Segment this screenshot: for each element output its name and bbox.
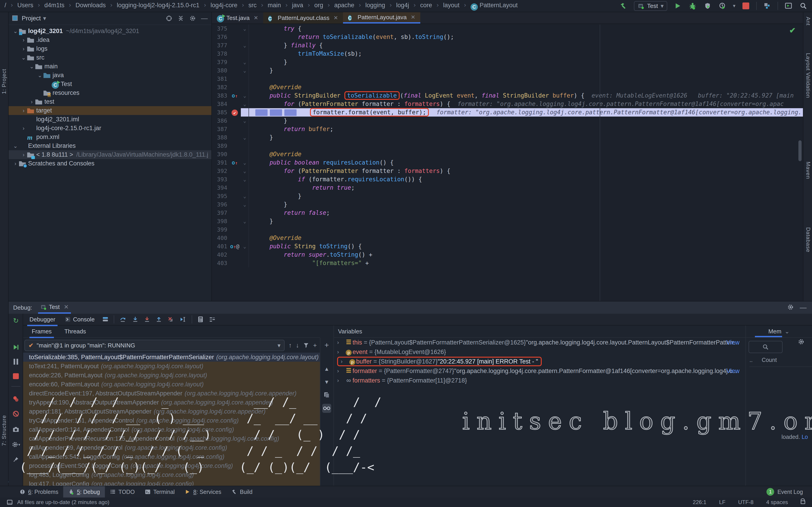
line-number[interactable]: 403 (212, 259, 229, 267)
line-number[interactable]: 402 (212, 250, 229, 259)
tree-item-test[interactable]: ›test (9, 97, 211, 106)
stack-frame[interactable]: log:483, LoggerConfig(org.apache.logging… (23, 470, 320, 480)
breadcrumb-segment[interactable]: log4j (396, 2, 409, 9)
inspection-ok-icon[interactable]: ✔ (789, 26, 796, 35)
line-number[interactable]: 384 (212, 100, 229, 108)
step-into-icon[interactable] (132, 316, 139, 323)
editor-tab-patternlayout-class[interactable]: CPatternLayout.class✕ (263, 12, 343, 23)
project-settings-gear-icon[interactable] (189, 15, 196, 22)
line-number[interactable]: 387 (212, 125, 229, 133)
expand-chevron-icon[interactable]: › (337, 368, 345, 374)
tool-stripe-ant[interactable]: Ant (805, 17, 811, 25)
override-icon[interactable]: o↑ (230, 243, 236, 250)
line-number[interactable]: 377 (212, 41, 229, 50)
variable-row-event[interactable]: ›pevent = {MutableLogEvent@1626} (334, 347, 745, 357)
toolwindow-button-terminal[interactable]: Terminal (140, 486, 180, 498)
breakpoint-icon[interactable]: ✔ (232, 110, 238, 116)
variable-row-formatters[interactable]: ›∞formatters = {PatternFormatter[11]@271… (334, 376, 745, 385)
breadcrumb-segment[interactable]: d4m1ts (44, 2, 64, 9)
line-number[interactable]: 399 (212, 225, 229, 234)
breadcrumb-segment[interactable]: / (5, 2, 6, 9)
stack-frame[interactable]: encode:226, PatternLayout(org.apache.log… (23, 371, 320, 380)
add-watch-icon[interactable]: + (322, 340, 331, 349)
expand-chevron-icon[interactable]: › (337, 349, 345, 355)
breadcrumb-segment[interactable]: src (249, 2, 257, 9)
stack-frame[interactable]: append:181, AbstractOutputStreamAppender… (23, 407, 320, 416)
tab-console[interactable]: Console (62, 315, 97, 324)
line-number[interactable]: 383 (212, 92, 229, 100)
profiler-icon[interactable] (718, 1, 727, 10)
scroll-up-icon[interactable]: ▲ (322, 364, 331, 374)
stack-frame[interactable]: callAppenders:542, LoggerConfig(org.apac… (23, 452, 320, 461)
tree-item-test[interactable]: CTest (9, 80, 211, 89)
fold-marker-icon[interactable]: ⌄ (241, 159, 249, 167)
tree-item-log4j2-3201-iml[interactable]: log4j2_3201.iml (9, 115, 211, 124)
breadcrumb-segment[interactable]: Users (17, 2, 33, 9)
memory-col-count[interactable]: Count (762, 357, 777, 363)
override-icon[interactable]: o↑ (232, 93, 238, 99)
tab-debugger[interactable]: Debugger (27, 315, 58, 324)
breadcrumb-segment[interactable]: org (314, 2, 323, 9)
toolwindow-button-services[interactable]: 8: Services (180, 486, 226, 498)
tool-stripe-project[interactable]: 1: Project (1, 69, 7, 94)
tree-chevron-icon[interactable]: › (20, 108, 27, 114)
line-number[interactable]: 379 (212, 58, 229, 66)
step-out-icon[interactable] (155, 316, 162, 323)
stack-frame[interactable]: callAppender0:134, AppenderControl(org.a… (23, 425, 320, 434)
line-number[interactable]: 392 (212, 167, 229, 175)
stack-frame[interactable]: encode:60, PatternLayout(org.apache.logg… (23, 380, 320, 389)
project-panel-title[interactable]: Project (22, 15, 41, 22)
line-number[interactable]: 389 (212, 142, 229, 150)
tool-stripe-maven[interactable]: Maven (805, 162, 811, 179)
tree-chevron-icon[interactable]: ⌄ (20, 55, 27, 61)
toolwindow-toggle-icon[interactable] (7, 500, 13, 505)
tab-frames[interactable]: Frames (30, 327, 54, 336)
breadcrumb-segment[interactable]: layout (443, 2, 459, 9)
tool-stripe-structure[interactable]: 7: Structure (1, 415, 7, 446)
stack-frame[interactable]: toSerializable:385, PatternLayout$Patter… (23, 353, 320, 362)
variable-row-this[interactable]: ›this = {PatternLayout$PatternFormatterP… (334, 338, 745, 347)
stack-frame[interactable]: processLogEvent:500, LoggerConfig(org.ap… (23, 461, 320, 470)
copy-icon[interactable] (322, 390, 331, 399)
fold-marker-icon[interactable]: ⌄ (241, 217, 249, 225)
tree-item-logs[interactable]: ›logs (9, 44, 211, 53)
variable-row-formatter[interactable]: ›formatter = {PatternFormatter@2747} "or… (334, 366, 745, 376)
build-hammer-icon[interactable] (619, 1, 628, 10)
mute-breakpoints-icon[interactable] (11, 409, 20, 418)
line-number[interactable]: 400 (212, 234, 229, 242)
tree-chevron-icon[interactable]: › (20, 152, 27, 158)
fold-marker-icon[interactable]: ⌄ (241, 41, 249, 50)
rerun-icon[interactable]: ↻ (11, 316, 20, 325)
fold-marker-icon[interactable]: ⌄ (241, 242, 249, 250)
line-number[interactable]: 398 (212, 217, 229, 225)
line-number[interactable]: 382 (212, 83, 229, 92)
toolwindow-button-problems[interactable]: 6: Problems (14, 486, 63, 498)
line-number[interactable]: 390 (212, 150, 229, 159)
close-icon[interactable]: ✕ (254, 15, 258, 21)
expand-chevron-icon[interactable]: › (341, 358, 348, 364)
tree-chevron-icon[interactable]: ⌄ (36, 72, 44, 78)
line-number[interactable]: 376 (212, 33, 229, 41)
close-icon[interactable]: ✕ (64, 303, 69, 311)
line-number[interactable]: 396 (212, 200, 229, 209)
filter-funnel-icon[interactable] (303, 342, 309, 348)
fold-marker-icon[interactable]: ⌄ (241, 66, 249, 75)
thread-dropdown[interactable]: ✔ "main"@1 in group "main": RUNNING ▾ (24, 340, 285, 351)
expand-chevron-icon[interactable]: › (337, 377, 345, 384)
watches-glasses-icon[interactable] (322, 404, 331, 413)
hide-panel-icon[interactable]: — (201, 14, 208, 22)
line-number[interactable]: 375 (212, 24, 229, 33)
breadcrumb-segment[interactable]: CPatternLayout (470, 2, 518, 9)
stack-frame[interactable]: toText:241, PatternLayout(org.apache.log… (23, 362, 320, 371)
tool-stripe-database[interactable]: Database (805, 227, 811, 252)
profiler-dropdown-icon[interactable]: ▾ (733, 3, 735, 9)
stop-icon[interactable] (741, 1, 750, 10)
toolwindow-button-build[interactable]: Build (226, 486, 258, 498)
line-number[interactable]: 388 (212, 133, 229, 142)
tree-item-target[interactable]: ›target (9, 106, 211, 115)
breadcrumb[interactable]: /›Users›d4m1ts›Downloads›logging-log4j2-… (5, 1, 518, 11)
resume-icon[interactable] (11, 343, 20, 352)
debug-hide-icon[interactable]: — (800, 304, 807, 312)
indent-style[interactable]: 4 spaces (766, 499, 788, 505)
view-link[interactable]: View (726, 368, 740, 375)
